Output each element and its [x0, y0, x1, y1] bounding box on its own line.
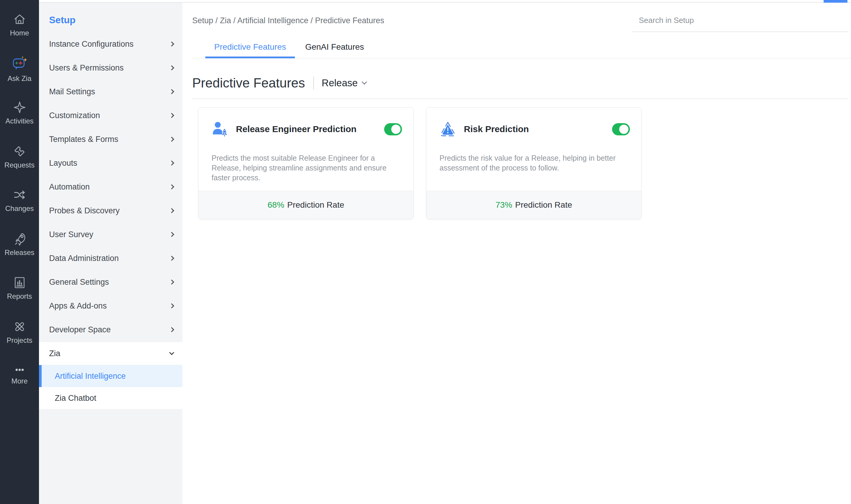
card-title: Release Engineer Prediction	[236, 124, 357, 134]
card-footer: 68% Prediction Rate	[198, 191, 413, 219]
card-header: Risk Prediction	[439, 121, 630, 138]
toggle-knob	[391, 125, 400, 134]
rail-item-reports[interactable]: Reports	[0, 276, 39, 301]
card-title: Risk Prediction	[464, 124, 529, 134]
risk-prediction-toggle[interactable]	[612, 123, 630, 136]
card-header: Release Engineer Prediction	[212, 121, 402, 138]
more-icon	[13, 365, 26, 374]
setup-sidebar: Setup Instance Configurations Users & Pe…	[39, 3, 182, 504]
sidebar-item-probes-discovery[interactable]: Probes & Discovery	[39, 199, 182, 222]
rail-item-requests[interactable]: Requests	[0, 145, 39, 169]
search-input[interactable]	[632, 13, 849, 32]
app-icon-rail: Home Ask Zia Activities Requests	[0, 0, 39, 504]
chevron-right-icon	[169, 327, 174, 332]
sidebar-item-users-permissions[interactable]: Users & Permissions	[39, 56, 182, 80]
setup-title: Setup	[49, 15, 76, 25]
ask-zia-icon	[11, 55, 28, 72]
sidebar-item-artificial-intelligence[interactable]: Artificial Intelligence	[39, 365, 182, 387]
rail-label: More	[11, 377, 28, 385]
sidebar-item-apps-addons[interactable]: Apps & Add-ons	[39, 294, 182, 318]
page-title: Predictive Features	[192, 76, 305, 90]
top-strip	[39, 0, 851, 3]
chevron-right-icon	[169, 42, 174, 47]
chevron-down-icon	[169, 350, 174, 355]
sidebar-item-general-settings[interactable]: General Settings	[39, 270, 182, 294]
rail-item-activities[interactable]: Activities	[0, 101, 39, 125]
sidebar-item-templates-forms[interactable]: Templates & Forms	[39, 127, 182, 151]
sidebar-item-zia[interactable]: Zia	[39, 342, 182, 365]
sidebar-item-customization[interactable]: Customization	[39, 104, 182, 127]
rail-label: Changes	[5, 204, 34, 213]
activities-icon	[13, 101, 26, 114]
card-risk-prediction: Risk Prediction Predicts the risk value …	[426, 107, 641, 219]
reports-icon	[13, 276, 26, 289]
sidebar-item-zia-chatbot[interactable]: Zia Chatbot	[39, 387, 182, 409]
rail-item-more[interactable]: More	[0, 365, 39, 385]
rail-item-changes[interactable]: Changes	[0, 188, 39, 213]
chevron-down-icon[interactable]	[362, 79, 367, 85]
prediction-rate-value: 68%	[268, 200, 284, 210]
header-divider	[313, 76, 314, 90]
setup-nav: Instance Configurations Users & Permissi…	[39, 32, 182, 342]
chevron-right-icon	[169, 304, 174, 308]
rail-item-home[interactable]: Home	[0, 13, 39, 37]
card-footer: 73% Prediction Rate	[427, 191, 641, 219]
release-engineer-toggle[interactable]	[384, 123, 402, 136]
rail-label: Home	[10, 29, 29, 37]
sidebar-item-developer-space[interactable]: Developer Space	[39, 318, 182, 342]
rail-label: Reports	[7, 292, 32, 301]
rail-item-ask-zia[interactable]: Ask Zia	[0, 55, 39, 83]
chevron-right-icon	[169, 232, 174, 237]
page-header: Predictive Features Release	[192, 74, 366, 92]
rail-label: Projects	[6, 336, 33, 344]
rail-item-projects[interactable]: Projects	[0, 320, 39, 344]
toggle-knob	[619, 125, 629, 134]
top-blue-bar	[823, 0, 847, 3]
feature-cards: Release Engineer Prediction Predicts the…	[198, 107, 641, 219]
chevron-right-icon	[169, 256, 174, 261]
chevron-right-icon	[169, 208, 174, 213]
prediction-rate-label: Prediction Rate	[515, 200, 572, 210]
breadcrumb[interactable]: Setup / Zia / Artificial Intelligence / …	[192, 16, 384, 25]
rail-label: Releases	[4, 248, 34, 257]
sidebar-item-automation[interactable]: Automation	[39, 175, 182, 199]
home-icon	[13, 13, 26, 26]
releases-icon	[13, 232, 26, 246]
sidebar-item-mail-settings[interactable]: Mail Settings	[39, 80, 182, 104]
projects-icon	[13, 320, 26, 334]
chevron-right-icon	[169, 161, 174, 166]
chevron-right-icon	[169, 137, 174, 142]
section-separator	[192, 98, 848, 99]
rail-label: Activities	[5, 117, 34, 125]
tab-genai-features[interactable]: GenAI Features	[296, 35, 373, 58]
rail-label: Requests	[4, 161, 35, 169]
changes-icon	[13, 188, 26, 202]
chevron-right-icon	[169, 184, 174, 190]
card-release-engineer-prediction: Release Engineer Prediction Predicts the…	[198, 107, 414, 219]
risk-prediction-icon	[439, 121, 456, 138]
sidebar-item-user-survey[interactable]: User Survey	[39, 222, 182, 246]
requests-icon	[13, 145, 26, 158]
prediction-rate-value: 73%	[495, 200, 512, 210]
prediction-rate-label: Prediction Rate	[287, 200, 344, 210]
sidebar-item-instance-configurations[interactable]: Instance Configurations	[39, 32, 182, 56]
chevron-right-icon	[169, 89, 174, 94]
chevron-right-icon	[169, 113, 174, 118]
tab-predictive-features[interactable]: Predictive Features	[205, 35, 295, 58]
sidebar-item-layouts[interactable]: Layouts	[39, 151, 182, 175]
scope-dropdown-value[interactable]: Release	[322, 77, 358, 89]
card-description: Predicts the risk value for a Release, h…	[439, 153, 632, 173]
chevron-right-icon	[169, 66, 174, 71]
rail-item-releases[interactable]: Releases	[0, 232, 39, 257]
release-engineer-icon	[212, 121, 228, 138]
sidebar-item-data-administration[interactable]: Data Administration	[39, 246, 182, 270]
chevron-right-icon	[169, 280, 174, 285]
sidebar-group-zia: Zia Artificial Intelligence Zia Chatbot	[39, 342, 182, 409]
rail-label: Ask Zia	[7, 74, 31, 83]
tab-bar: Predictive Features GenAI Features	[192, 35, 851, 58]
card-description: Predicts the most suitable Release Engin…	[212, 153, 404, 183]
